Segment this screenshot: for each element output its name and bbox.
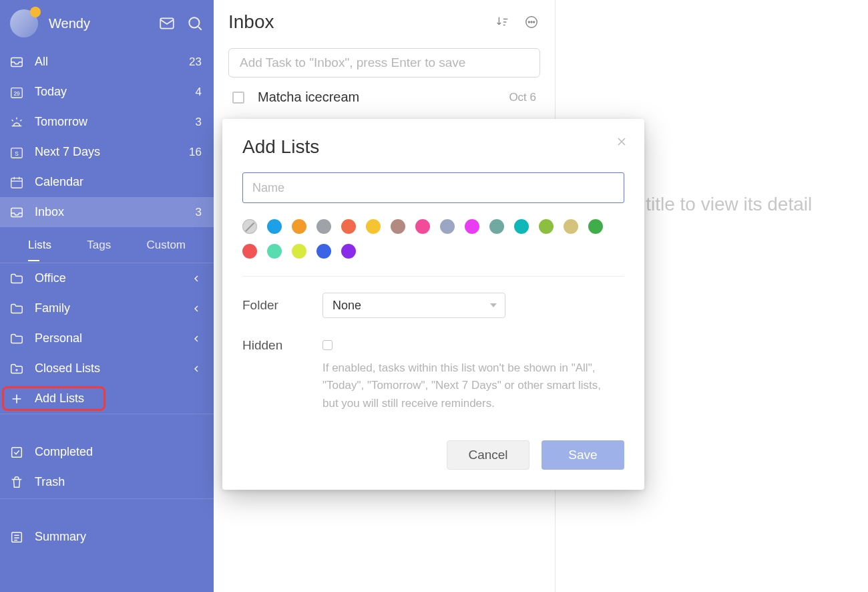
sidebar-tabs: Lists Tags Custom — [0, 227, 214, 263]
color-swatch[interactable] — [465, 219, 479, 234]
chevron-left-icon — [191, 363, 202, 374]
modal-title: Add Lists — [242, 136, 624, 158]
mail-icon[interactable] — [158, 15, 176, 32]
hidden-label: Hidden — [242, 333, 322, 353]
folder-family[interactable]: Family — [0, 293, 214, 323]
sidebar-trash[interactable]: Trash — [0, 467, 214, 497]
chevron-left-icon — [191, 273, 202, 284]
username[interactable]: Wendy — [49, 16, 148, 31]
color-none[interactable] — [242, 219, 257, 234]
task-checkbox[interactable] — [232, 92, 244, 104]
svg-point-14 — [533, 21, 535, 23]
sevendays-icon: S — [9, 145, 24, 160]
color-swatch[interactable] — [242, 244, 257, 259]
folder-office[interactable]: Office — [0, 263, 214, 293]
sidebar-item-next7[interactable]: SNext 7 Days16 — [0, 137, 214, 167]
inbox-icon — [9, 205, 24, 220]
color-swatch[interactable] — [316, 244, 331, 259]
folder-icon — [9, 271, 24, 286]
folder-closed-lists[interactable]: Closed Lists — [0, 353, 214, 384]
more-icon[interactable] — [524, 15, 539, 29]
color-swatch[interactable] — [539, 219, 554, 234]
folder-personal[interactable]: Personal — [0, 323, 214, 353]
color-swatch[interactable] — [489, 219, 504, 234]
color-swatch[interactable] — [341, 244, 356, 259]
caret-down-icon — [490, 303, 497, 307]
color-swatch[interactable] — [440, 219, 455, 234]
add-lists-button[interactable]: Add Lists — [0, 384, 214, 414]
tab-custom[interactable]: Custom — [145, 239, 187, 252]
svg-rect-8 — [11, 208, 23, 216]
list-title: Inbox — [228, 11, 480, 33]
folder-select[interactable]: None — [322, 293, 505, 318]
color-swatch[interactable] — [588, 219, 603, 234]
add-lists-label: Add Lists — [35, 392, 202, 406]
tray-icon — [9, 55, 24, 69]
folder-icon — [9, 331, 24, 346]
color-swatch[interactable] — [292, 219, 306, 234]
folder-label: Folder — [242, 293, 322, 313]
color-swatch[interactable] — [514, 219, 529, 234]
svg-text:29: 29 — [13, 90, 20, 96]
svg-text:S: S — [15, 150, 19, 156]
hidden-checkbox[interactable] — [322, 340, 333, 350]
close-icon[interactable] — [615, 135, 628, 148]
summary-icon — [9, 530, 24, 545]
color-swatch[interactable] — [391, 219, 405, 234]
task-row[interactable]: Matcha icecreamOct 6 — [214, 78, 555, 105]
svg-point-12 — [528, 21, 529, 23]
svg-point-1 — [189, 17, 199, 27]
cal29-icon: 29 — [9, 85, 24, 100]
sidebar-item-calendar[interactable]: Calendar — [0, 167, 214, 197]
folder-icon — [9, 361, 24, 376]
sort-icon[interactable] — [495, 15, 509, 29]
check-icon — [9, 445, 24, 460]
tab-tags[interactable]: Tags — [85, 239, 112, 252]
svg-rect-9 — [12, 447, 22, 457]
color-swatch[interactable] — [341, 219, 356, 234]
tab-lists[interactable]: Lists — [27, 239, 53, 252]
color-swatch[interactable] — [292, 244, 306, 259]
folder-icon — [9, 301, 24, 316]
chevron-left-icon — [191, 333, 202, 344]
cancel-button[interactable]: Cancel — [447, 440, 529, 470]
avatar[interactable] — [10, 9, 38, 37]
sidebar-item-inbox[interactable]: Inbox3 — [0, 197, 214, 227]
save-button[interactable]: Save — [541, 440, 624, 470]
sidebar-completed[interactable]: Completed — [0, 437, 214, 467]
plus-icon — [9, 392, 24, 406]
add-list-modal: Add Lists Folder None Hidden If enabled,… — [222, 119, 644, 490]
color-swatch[interactable] — [316, 219, 331, 234]
task-date: Oct 6 — [509, 91, 536, 104]
sidebar: Wendy All2329Today4Tomorrow3SNext 7 Days… — [0, 0, 214, 592]
color-picker — [242, 219, 624, 259]
list-name-input[interactable] — [242, 172, 624, 203]
svg-point-13 — [531, 21, 532, 23]
trash-icon — [9, 475, 24, 490]
color-swatch[interactable] — [366, 219, 381, 234]
sidebar-item-all[interactable]: All23 — [0, 47, 214, 77]
hidden-description: If enabled, tasks within this list won't… — [322, 359, 616, 412]
color-swatch[interactable] — [564, 219, 578, 234]
sidebar-item-tomorrow[interactable]: Tomorrow3 — [0, 107, 214, 137]
search-icon[interactable] — [186, 15, 204, 32]
chevron-left-icon — [191, 303, 202, 314]
color-swatch[interactable] — [267, 219, 282, 234]
svg-rect-7 — [11, 178, 23, 188]
sunrise-icon — [9, 115, 24, 130]
color-swatch[interactable] — [267, 244, 282, 259]
add-task-input[interactable] — [228, 48, 540, 78]
color-swatch[interactable] — [415, 219, 430, 234]
svg-rect-0 — [160, 18, 174, 28]
sidebar-item-today[interactable]: 29Today4 — [0, 77, 214, 107]
sidebar-summary[interactable]: Summary — [0, 522, 214, 552]
task-title: Matcha icecream — [258, 90, 359, 105]
calendar-icon — [9, 175, 24, 190]
